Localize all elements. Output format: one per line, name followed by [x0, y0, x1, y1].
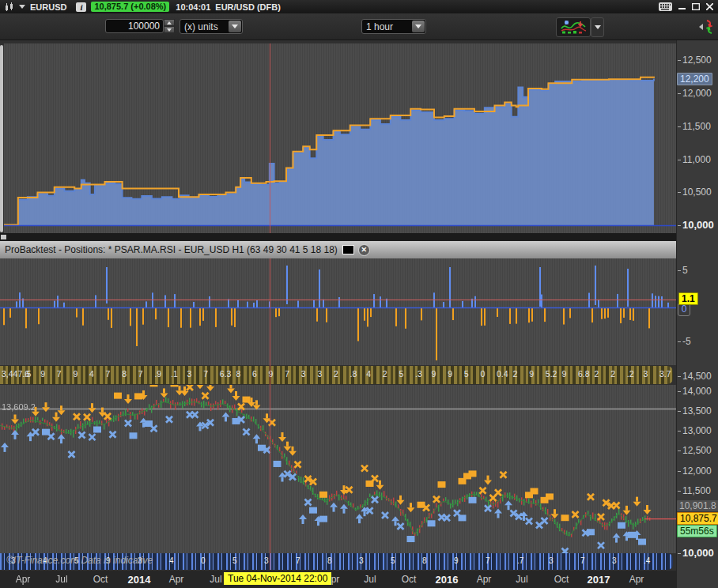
gain-value: .3 [415, 369, 422, 379]
gain-value: 7 [106, 369, 111, 379]
y-tick: -5 [678, 336, 691, 347]
duration-value: 9 [454, 556, 459, 565]
price-change-badge: 10,875.7 (+0.08%) [91, 2, 169, 12]
indicator-caret-button[interactable] [591, 17, 604, 37]
gain-value: 3.7 [659, 369, 671, 379]
x-tick: 2016 [436, 574, 459, 586]
window-buttons [659, 2, 713, 11]
gain-value: 9 [448, 369, 452, 379]
ghost-price-label: 10,901.8 [677, 500, 718, 511]
gain-value: 6.3 [220, 369, 232, 379]
gain-value: 2 [595, 369, 599, 379]
gain-value: 5.2 [546, 369, 557, 379]
duration-value: 7 [486, 556, 490, 565]
trade-gains-strip[interactable]: 3,447.6.59794787.9.1376.38697332.8425.39… [0, 366, 673, 384]
crosshair-vline [270, 43, 270, 570]
info-icon[interactable]: i [76, 2, 86, 12]
panel-close-icon[interactable]: ✕ [358, 244, 370, 256]
countdown-badge: 55m56s [677, 525, 717, 537]
x-axis[interactable]: Tue 04-Nov-2014 22:00 AprJulOct2014AprJu… [0, 571, 676, 588]
gain-value: 9 [561, 369, 566, 379]
x-tick: Jul [210, 574, 221, 585]
backtest-title: ProBacktest - Positions: * PSAR.MA.RSI -… [5, 244, 338, 255]
gain-value: 5 [464, 369, 469, 379]
y-tick: 5 [678, 265, 688, 276]
horizontal-scrollbar[interactable] [0, 233, 676, 241]
y-tick-highlight: 12,200 [677, 73, 712, 85]
y-tick: 10,000 [678, 547, 714, 559]
gain-value: 7 [285, 369, 289, 379]
indicator-button[interactable] [556, 17, 591, 37]
cursor-time-badge: Tue 04-Nov-2014 22:00 [224, 572, 331, 585]
x-tick: Oct [554, 574, 569, 585]
watermark-text: ©IT-Finance.com Data is indicative [6, 555, 153, 566]
duration-value: 3 [612, 556, 617, 565]
legend-color-button[interactable] [342, 245, 354, 254]
y-tick: 12,500 [678, 55, 712, 66]
window-titlebar: EURUSD i 10,875.7 (+0.08%) 10:04:01 EUR/… [0, 0, 718, 13]
gain-value: 6.8 [578, 369, 590, 379]
keyboard-icon[interactable] [659, 2, 672, 11]
last-price-badge: 10,875.7 [677, 512, 718, 525]
x-tick: Oct [402, 574, 417, 585]
duration-value: 5 [232, 556, 237, 565]
equity-chart-canvas[interactable] [4, 43, 676, 233]
x-tick: 2014 [128, 574, 151, 586]
x-tick: 2017 [588, 574, 610, 586]
duration-value: 4 [169, 556, 174, 565]
side-panel-toggle[interactable] [699, 20, 716, 34]
duration-value: 0 [201, 556, 206, 565]
y-tick: 12,000 [678, 466, 712, 477]
duration-value: 8 [422, 556, 427, 565]
backtest-header[interactable]: ProBacktest - Positions: * PSAR.MA.RSI -… [0, 241, 676, 258]
x-tick: Jul [516, 574, 527, 585]
unit-select-value: (x) units [184, 21, 218, 32]
chevron-down-icon [595, 25, 601, 29]
price-chart-canvas[interactable] [0, 385, 676, 553]
timeframe-select-caret-icon[interactable] [412, 21, 425, 32]
gain-value: .9 [154, 369, 161, 379]
gain-value: 3 [643, 369, 648, 379]
close-button[interactable] [706, 3, 713, 10]
positions-chart-canvas[interactable] [0, 258, 676, 365]
gain-value: 9 [529, 369, 534, 379]
orders-arrows-icon [703, 20, 716, 34]
minimize-button[interactable] [678, 3, 686, 10]
gain-value: 5 [399, 369, 403, 379]
quantity-stepper-down[interactable] [164, 26, 175, 33]
duration-value: .7 [517, 556, 523, 565]
gain-value: 2 [334, 369, 338, 379]
gain-value: 9 [40, 369, 45, 379]
y-tick: 12,500 [678, 445, 712, 456]
gain-value: 8 [122, 369, 127, 379]
vertical-scrollbar[interactable] [0, 45, 3, 232]
y-tick: 11,500 [678, 485, 711, 496]
toolbar: (x) units 1 hour [0, 13, 718, 40]
x-tick: Apr [169, 574, 184, 585]
y-tick: 11,000 [678, 154, 711, 165]
symbol-dropdown-caret[interactable] [19, 5, 25, 9]
indicator-chart-icon [560, 21, 587, 34]
maximize-button[interactable] [692, 3, 700, 10]
gain-value: 2 [383, 369, 387, 379]
duration-value: 3 [264, 556, 269, 565]
rsi-threshold-badge: 1.1 [678, 292, 698, 305]
duration-value: .4 [644, 556, 650, 565]
timeframe-select[interactable]: 1 hour [361, 19, 426, 34]
y-tick: 10,500 [678, 187, 712, 198]
duration-value: 3 [359, 556, 364, 565]
scrollbar-thumb[interactable] [1, 235, 6, 239]
unit-select-caret-icon[interactable] [229, 21, 241, 32]
gain-value: 8 [236, 369, 240, 379]
gain-value: 6 [252, 369, 257, 379]
application-window: EURUSD i 10,875.7 (+0.08%) 10:04:01 EUR/… [0, 0, 718, 588]
duration-value: 7 [580, 556, 585, 565]
gain-value: 0.4 [497, 369, 508, 379]
quantity-input[interactable] [105, 19, 164, 33]
gain-value: 2 [610, 369, 615, 379]
instrument-label: EUR/USD (DFB) [215, 2, 281, 12]
gain-value: .8 [350, 369, 357, 379]
unit-select[interactable]: (x) units [180, 19, 243, 34]
y-tick: 13,000 [678, 425, 712, 436]
quantity-stepper-up[interactable] [164, 19, 175, 26]
